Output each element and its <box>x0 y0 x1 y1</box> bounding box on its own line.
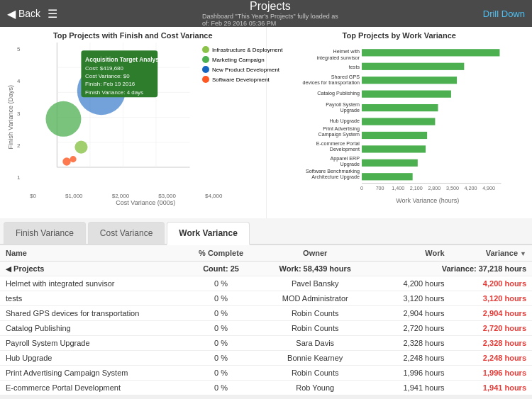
y-tick-5: 5 <box>17 46 30 52</box>
cell-pct-3: 0 % <box>180 321 262 336</box>
legend-item-4: Software Development <box>202 76 283 83</box>
bar-6 <box>362 118 435 125</box>
svg-text:2,800: 2,800 <box>428 186 440 191</box>
cell-variance-2: 2,904 hours <box>450 306 532 321</box>
summary-count: Count: 25 <box>180 262 262 276</box>
legend-item-1: Infrastructure & Deployment <box>202 46 283 53</box>
bar-3 <box>362 77 457 84</box>
hamburger-icon[interactable]: ☰ <box>48 7 57 21</box>
bar-chart-svg: Helmet with integrated sunvisor tests Sh… <box>271 43 528 198</box>
cell-variance-6: 1,996 hours <box>450 366 532 381</box>
legend-dot-1 <box>202 46 209 53</box>
summary-variance: Variance: 37,218 hours <box>368 262 532 276</box>
col-owner: Owner <box>262 245 368 262</box>
bubble-legend: Infrastructure & Deployment Marketing Ca… <box>202 46 283 86</box>
cell-owner-2: Robin Counts <box>262 306 368 321</box>
sort-icon: ▼ <box>520 250 526 257</box>
summary-row: ◀ Projects Count: 25 Work: 58,439 hours … <box>0 262 532 276</box>
cell-variance-4: 2,328 hours <box>450 336 532 351</box>
cell-pct-5: 0 % <box>180 351 262 366</box>
header-left: ◀ Back ☰ <box>7 7 57 21</box>
table-row: tests 0 % MOD Administrator 3,120 hours … <box>0 291 532 306</box>
legend-label-3: New Product Development <box>212 67 279 73</box>
cell-owner-3: Robin Counts <box>262 321 368 336</box>
legend-dot-3 <box>202 66 209 73</box>
bar-4 <box>362 91 451 98</box>
col-name: Name <box>0 245 180 262</box>
y-tick-4: 4 <box>17 78 30 84</box>
bar-chart-container: Top Projects by Work Variance Helmet wit… <box>267 27 533 218</box>
data-table: Name % Complete Owner Work Variance ▼ <box>0 245 532 395</box>
tab-cost-variance[interactable]: Cost Variance <box>88 222 165 244</box>
tab-work-variance[interactable]: Work Variance <box>167 222 250 245</box>
col-variance: Variance ▼ <box>450 245 532 262</box>
cell-variance-0: 4,200 hours <box>450 276 532 291</box>
bar-9 <box>362 159 418 167</box>
back-button[interactable]: ◀ Back <box>7 7 40 21</box>
svg-text:0: 0 <box>360 186 363 191</box>
bar-chart-title: Top Projects by Work Variance <box>271 31 528 40</box>
svg-text:Upgrade: Upgrade <box>340 162 359 167</box>
y-tick-3: 3 <box>17 111 30 117</box>
cell-owner-6: Robin Counts <box>262 366 368 381</box>
header-center: Projects Dashboard "This Year's Projects… <box>202 0 338 27</box>
svg-text:Cost: $419,680: Cost: $419,680 <box>85 65 123 72</box>
x-tick-2: $2,000 <box>112 193 129 199</box>
svg-text:4,200: 4,200 <box>464 186 477 191</box>
header: ◀ Back ☰ Projects Dashboard "This Year's… <box>0 0 532 27</box>
cell-name-0: Helmet with integrated sunvisor <box>0 276 180 291</box>
svg-text:Print Advertising: Print Advertising <box>323 126 360 132</box>
legend-item-3: New Product Development <box>202 66 283 73</box>
svg-text:Hub Upgrade: Hub Upgrade <box>329 118 360 124</box>
legend-item-2: Marketing Campaign <box>202 56 283 63</box>
cell-name-7: E-commerce Portal Development <box>0 381 180 395</box>
svg-text:2,100: 2,100 <box>409 186 422 191</box>
cell-owner-5: Bonnie Kearney <box>262 351 368 366</box>
bubble-lime <box>74 140 87 153</box>
cell-pct-7: 0 % <box>180 381 262 395</box>
table-header-row: Name % Complete Owner Work Variance ▼ <box>0 245 532 262</box>
y-tick-2: 2 <box>17 142 30 149</box>
x-tick-3: $3,000 <box>158 193 175 199</box>
svg-text:Development: Development <box>329 147 359 152</box>
cell-variance-7: 1,941 hours <box>450 381 532 395</box>
svg-text:Cost Variance: $0: Cost Variance: $0 <box>85 73 130 79</box>
cell-work-6: 1,996 hours <box>368 366 450 381</box>
x-tick-1: $1,000 <box>65 193 82 199</box>
table-row: Helmet with integrated sunvisor 0 % Pave… <box>0 276 532 291</box>
svg-text:Software Benchmarking: Software Benchmarking <box>305 169 359 174</box>
bubble-chart-title: Top Projects with Finish and Cost Varian… <box>4 31 262 40</box>
svg-text:4,900: 4,900 <box>482 186 495 191</box>
page-title: Projects <box>250 0 291 13</box>
svg-text:Upgrade: Upgrade <box>340 108 359 113</box>
cell-name-6: Print Advertising Campaign System <box>0 366 180 381</box>
cell-pct-6: 0 % <box>180 366 262 381</box>
tab-finish-variance[interactable]: Finish Variance <box>4 222 86 244</box>
table-row: Payroll System Upgrade 0 % Sara Davis 2,… <box>0 336 532 351</box>
svg-text:Helmet with: Helmet with <box>333 49 359 55</box>
bar-2 <box>362 63 464 70</box>
svg-text:devices for transportation: devices for transportation <box>302 80 359 86</box>
y-tick-1: 1 <box>17 174 30 181</box>
bar-8 <box>362 145 426 152</box>
svg-text:700: 700 <box>375 186 384 191</box>
bubble-chart-container: Top Projects with Finish and Cost Varian… <box>0 27 267 218</box>
col-work: Work <box>368 245 450 262</box>
drill-down-button[interactable]: Drill Down <box>483 9 525 19</box>
svg-text:Finish Variance: 4 days: Finish Variance: 4 days <box>85 89 143 96</box>
cell-pct-1: 0 % <box>180 291 262 306</box>
bubble-acquisition[interactable] <box>45 101 81 137</box>
cell-work-7: 1,941 hours <box>368 381 450 395</box>
x-axis-label: Cost Variance (000s) <box>4 199 262 206</box>
bar-7 <box>362 132 427 139</box>
cell-name-4: Payroll System Upgrade <box>0 336 180 351</box>
table-row: Print Advertising Campaign System 0 % Ro… <box>0 366 532 381</box>
legend-label-2: Marketing Campaign <box>212 57 265 63</box>
cell-name-5: Hub Upgrade <box>0 351 180 366</box>
svg-text:tests: tests <box>348 64 360 70</box>
svg-text:Payroll System: Payroll System <box>326 102 360 108</box>
svg-text:3,500: 3,500 <box>445 186 458 191</box>
table-row: Shared GPS devices for transportation 0 … <box>0 306 532 321</box>
legend-dot-2 <box>202 56 209 63</box>
cell-work-4: 2,328 hours <box>368 336 450 351</box>
